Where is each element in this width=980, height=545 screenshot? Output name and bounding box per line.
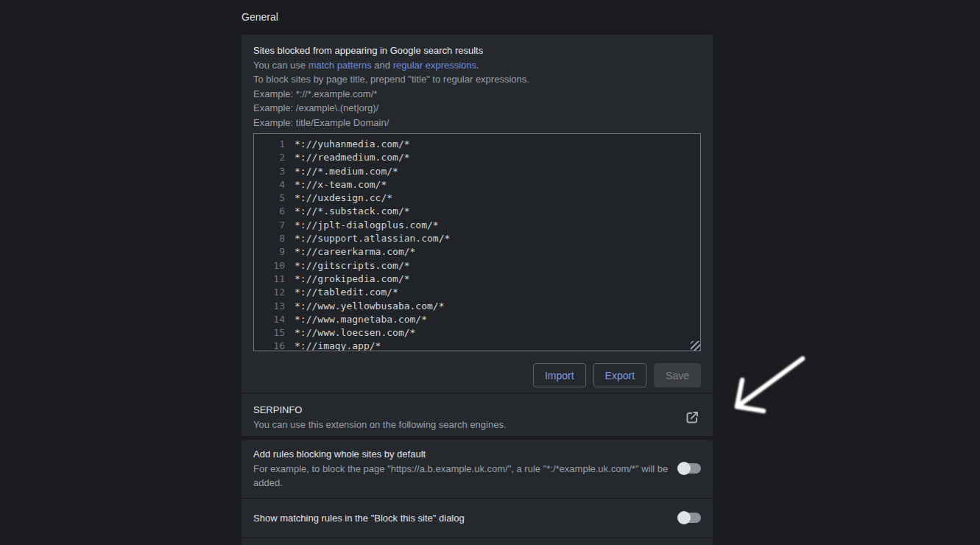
editor-line: 9*://careerkarma.com/* xyxy=(254,245,700,259)
serpinfo-text: SERPINFO You can use this extension on t… xyxy=(253,403,507,432)
match-patterns-link[interactable]: match patterns xyxy=(309,60,372,71)
external-link-icon xyxy=(683,418,701,429)
serpinfo-description: You can use this extension on the follow… xyxy=(253,418,507,432)
line-number: 14 xyxy=(254,313,285,326)
line-number: 12 xyxy=(254,286,285,299)
rule-text: *://readmedium.com/* xyxy=(285,151,410,164)
usage-prefix: You can use xyxy=(253,60,309,71)
editor-lines: 1*://yuhanmedia.com/*2*://readmedium.com… xyxy=(254,134,700,351)
serpinfo-row: SERPINFO You can use this extension on t… xyxy=(242,393,713,432)
option-row-partial xyxy=(242,538,713,545)
save-button[interactable]: Save xyxy=(654,363,701,387)
editor-line: 14*://www.magnetaba.com/* xyxy=(254,313,700,326)
option-text: Show matching rules in the "Block this s… xyxy=(253,511,465,526)
editor-line: 16*://imagy.app/* xyxy=(254,340,700,351)
rule-text: *://uxdesign.cc/* xyxy=(285,191,392,205)
rule-text: *://tabledit.com/* xyxy=(285,286,398,299)
editor-line: 12*://tabledit.com/* xyxy=(254,286,700,299)
usage-suffix: . xyxy=(476,60,479,71)
editor-line: 5*://uxdesign.cc/* xyxy=(254,191,700,205)
blocklist-title: Sites blocked from appearing in Google s… xyxy=(253,43,701,58)
rule-text: *://yuhanmedia.com/* xyxy=(285,138,410,151)
line-number: 9 xyxy=(254,245,285,259)
line-number: 5 xyxy=(254,191,285,205)
line-number: 1 xyxy=(254,138,285,151)
export-button[interactable]: Export xyxy=(593,363,646,387)
line-number: 7 xyxy=(254,219,285,232)
rule-text: *://grokipedia.com/* xyxy=(285,272,410,286)
blocklist-buttons-row: Import Export Save xyxy=(242,363,713,387)
blocklist-usage-line: You can use match patterns and regular e… xyxy=(253,58,701,73)
line-number: 6 xyxy=(254,205,285,218)
rule-text: *://imagy.app/* xyxy=(285,340,381,351)
editor-line: 11*://grokipedia.com/* xyxy=(254,272,700,286)
rule-text: *://careerkarma.com/* xyxy=(285,245,415,259)
option-label: Show matching rules in the "Block this s… xyxy=(253,511,465,526)
regular-expressions-link[interactable]: regular expressions xyxy=(393,60,476,71)
editor-line: 7*://jplt-dialogplus.com/* xyxy=(254,219,700,232)
option-row-block-whole-sites: Add rules blocking whole sites by defaul… xyxy=(242,440,713,498)
rule-text: *://x-team.com/* xyxy=(285,178,387,191)
serpinfo-title: SERPINFO xyxy=(253,403,507,418)
editor-line: 6*://*.substack.com/* xyxy=(254,205,700,218)
editor-line: 2*://readmedium.com/* xyxy=(254,151,700,164)
editor-line: 15*://www.loecsen.com/* xyxy=(254,326,700,340)
blocklist-note: To block sites by page title, prepend "t… xyxy=(253,72,701,87)
options-page: { "page": { "heading": "General" }, "blo… xyxy=(0,0,980,545)
example-line-3: Example: title/Example Domain/ xyxy=(253,116,701,130)
import-button[interactable]: Import xyxy=(533,363,586,387)
editor-line: 1*://yuhanmedia.com/* xyxy=(254,138,700,151)
option-description: For example, to block the page "https://… xyxy=(253,462,670,490)
option-label: Add rules blocking whole sites by defaul… xyxy=(253,447,670,462)
rule-text: *://www.loecsen.com/* xyxy=(285,326,415,340)
line-number: 16 xyxy=(254,340,285,351)
rule-text: *://jplt-dialogplus.com/* xyxy=(285,219,439,232)
rule-text: *://*.medium.com/* xyxy=(285,165,398,178)
editor-resize-grip[interactable] xyxy=(691,341,700,351)
open-serpinfo-button[interactable] xyxy=(683,409,701,426)
rule-text: *://www.magnetaba.com/* xyxy=(285,313,427,326)
line-number: 2 xyxy=(254,151,285,164)
editor-line: 8*://support.atlassian.com/* xyxy=(254,232,700,245)
line-number: 11 xyxy=(254,272,285,286)
line-number: 3 xyxy=(254,165,285,178)
blocklist-rules-editor[interactable]: 1*://yuhanmedia.com/*2*://readmedium.com… xyxy=(253,133,701,351)
options-card: Add rules blocking whole sites by defaul… xyxy=(242,440,713,545)
rule-text: *://*.substack.com/* xyxy=(285,205,410,218)
editor-line: 13*://www.yellowbusaba.com/* xyxy=(254,300,700,313)
blocklist-card: Sites blocked from appearing in Google s… xyxy=(242,35,713,436)
line-number: 13 xyxy=(254,300,285,313)
line-number: 4 xyxy=(254,178,285,191)
line-number: 10 xyxy=(254,259,285,272)
example-line-2: Example: /example\.(net|org)/ xyxy=(253,101,701,116)
page-title: General xyxy=(242,11,278,23)
show-matching-rules-toggle[interactable] xyxy=(677,511,701,524)
line-number: 15 xyxy=(254,326,285,340)
example-line-1: Example: *://*.example.com/* xyxy=(253,87,701,102)
usage-middle: and xyxy=(372,60,393,71)
block-whole-sites-toggle[interactable] xyxy=(677,462,701,475)
option-text: Add rules blocking whole sites by defaul… xyxy=(253,447,670,490)
editor-line: 4*://x-team.com/* xyxy=(254,178,700,191)
blocklist-help: Sites blocked from appearing in Google s… xyxy=(242,35,713,130)
rule-text: *://support.atlassian.com/* xyxy=(285,232,450,245)
option-row-show-matching-rules: Show matching rules in the "Block this s… xyxy=(242,498,713,538)
rule-text: *://gitscripts.com/* xyxy=(285,259,410,272)
editor-line: 10*://gitscripts.com/* xyxy=(254,259,700,272)
line-number: 8 xyxy=(254,232,285,245)
editor-line: 3*://*.medium.com/* xyxy=(254,165,700,178)
rule-text: *://www.yellowbusaba.com/* xyxy=(285,300,445,313)
